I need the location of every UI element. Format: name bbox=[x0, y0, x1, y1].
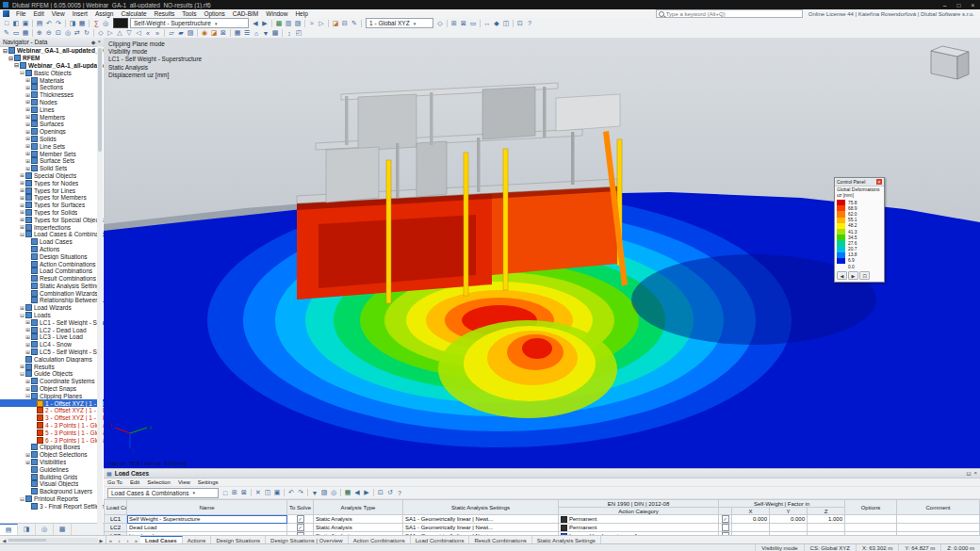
result-legend-panel[interactable]: Control Panel × Global Deformations uz [… bbox=[834, 177, 885, 283]
view-isometric-icon[interactable]: ◇ bbox=[96, 29, 106, 38]
table-find-icon[interactable]: ◎ bbox=[329, 489, 338, 497]
menu-assign[interactable]: Assign bbox=[91, 10, 118, 17]
cell-name[interactable]: Dead Load bbox=[127, 524, 287, 532]
table-undo-icon[interactable]: ↶ bbox=[286, 489, 296, 497]
tree-item[interactable]: ⊞LC3 - Live Load bbox=[0, 333, 104, 341]
table-menu-go-to[interactable]: Go To bbox=[104, 479, 126, 485]
menu-help[interactable]: Help bbox=[291, 10, 311, 17]
menu-view[interactable]: View bbox=[48, 10, 69, 17]
tree-item[interactable]: Static Analysis Settings bbox=[0, 283, 104, 290]
table-new-row-icon[interactable]: □ bbox=[220, 489, 230, 497]
cell-self-weight-active[interactable]: ✓ bbox=[719, 515, 732, 524]
expand-icon[interactable]: ⊞ bbox=[19, 180, 25, 186]
expand-icon[interactable]: ⊞ bbox=[24, 319, 31, 325]
tree-item[interactable]: ⊞Load Wizards bbox=[0, 304, 104, 312]
edit-mode-icon[interactable]: ✎ bbox=[2, 29, 11, 38]
checkbox-icon[interactable] bbox=[722, 524, 729, 531]
collapse-icon[interactable]: ⊟ bbox=[13, 62, 20, 68]
table-copy-icon[interactable]: ◫ bbox=[263, 489, 272, 497]
view-in-x-icon[interactable]: ▷ bbox=[106, 29, 115, 38]
expand-icon[interactable]: ⊞ bbox=[24, 129, 31, 135]
tree-item[interactable]: Actions bbox=[0, 246, 104, 253]
tree-item[interactable]: Calculation Diagrams bbox=[0, 355, 104, 363]
cell-comment[interactable] bbox=[897, 515, 980, 524]
expand-icon[interactable]: ⊞ bbox=[24, 452, 31, 458]
hscroll-thumb[interactable] bbox=[8, 539, 46, 542]
tree-item[interactable]: ⊞Solid Sets bbox=[0, 165, 104, 172]
expand-icon[interactable]: ⊞ bbox=[24, 106, 31, 112]
tree-item[interactable]: 3 - Offset XYZ | 1 - Global XYZ | 0... bbox=[0, 414, 104, 422]
table-cut-icon[interactable]: ✕ bbox=[253, 489, 263, 497]
clipping-planes-icon[interactable]: ◪ bbox=[209, 29, 219, 38]
expand-icon[interactable]: ⊞ bbox=[19, 364, 25, 369]
results-display-icon[interactable]: ▩ bbox=[270, 29, 280, 38]
tree-item[interactable]: ⊞Imperfections bbox=[0, 223, 104, 231]
menu-options[interactable]: Options bbox=[200, 10, 228, 17]
expand-icon[interactable]: ⊞ bbox=[19, 172, 25, 178]
expand-icon[interactable]: ⊞ bbox=[19, 209, 25, 215]
load-case-selector[interactable]: Self-Weight - Superstructure ▾ bbox=[130, 18, 249, 28]
expand-icon[interactable]: ⊞ bbox=[24, 85, 31, 90]
tree-item[interactable]: Background Layers bbox=[0, 488, 104, 495]
row-header[interactable]: LC2 bbox=[105, 524, 127, 532]
navigator-scrollbar[interactable] bbox=[97, 46, 103, 524]
save-model-icon[interactable]: ▣ bbox=[21, 19, 30, 27]
pin-icon[interactable]: ◆ bbox=[91, 39, 96, 45]
notes-icon[interactable]: ✎ bbox=[350, 19, 359, 27]
calculation-settings-icon[interactable]: ◎ bbox=[101, 19, 110, 27]
scroll-left-icon[interactable]: ◀ bbox=[1, 538, 8, 543]
pan-icon[interactable]: ⇄ bbox=[73, 29, 82, 38]
checkbox-icon[interactable]: ✓ bbox=[722, 515, 729, 523]
expand-icon[interactable]: ⊞ bbox=[24, 349, 31, 355]
tree-item[interactable]: Building Grids bbox=[0, 473, 104, 480]
table-sort-icon[interactable]: ▼ bbox=[310, 489, 319, 497]
table-filter-icon[interactable]: ▨ bbox=[319, 489, 329, 497]
table-menu-edit[interactable]: Edit bbox=[126, 479, 143, 485]
tree-item[interactable]: ⊞Surface Sets bbox=[0, 157, 104, 165]
legend-previous-icon[interactable]: ◀ bbox=[837, 271, 847, 280]
tree-item[interactable]: 6 - 3 Points | 1 - Global XYZ | 0... bbox=[0, 436, 104, 444]
legend-next-icon[interactable]: ▶ bbox=[848, 271, 858, 280]
cell-settings[interactable]: SA1 - Geometrically linear | Newt... bbox=[403, 524, 559, 532]
table-menu-selection[interactable]: Selection bbox=[143, 479, 174, 485]
zoom-in-icon[interactable]: ⊕ bbox=[35, 29, 44, 38]
tree-item[interactable]: Visual Objects bbox=[0, 480, 104, 488]
tree-item[interactable]: ⊞Results bbox=[0, 363, 104, 370]
tables-toggle-icon[interactable]: ▦ bbox=[77, 19, 87, 27]
calculate-all-icon[interactable]: ∑ bbox=[91, 19, 101, 27]
undo-icon[interactable]: ↶ bbox=[44, 19, 54, 27]
new-model-icon[interactable]: □ bbox=[2, 19, 11, 27]
cs-settings-icon[interactable]: ◇ bbox=[435, 19, 445, 27]
tree-item[interactable]: ⊞Lines bbox=[0, 105, 104, 113]
result-values-icon[interactable]: ▥ bbox=[284, 19, 293, 27]
next-view-icon[interactable]: » bbox=[153, 29, 162, 38]
navigator-tab-results[interactable]: ▩ bbox=[54, 524, 72, 535]
result-diagrams-icon[interactable]: ▨ bbox=[293, 19, 302, 27]
search-input[interactable] bbox=[664, 11, 800, 17]
table-settings-icon[interactable]: ⊡ bbox=[376, 489, 385, 497]
menu-window[interactable]: Window bbox=[262, 10, 291, 17]
tree-item[interactable]: ⊟Webinar_GA-1_all-updated_NO-results (1.… bbox=[0, 47, 104, 55]
expand-icon[interactable]: ⊞ bbox=[24, 143, 31, 149]
tree-item[interactable]: ⊞Members bbox=[0, 113, 104, 121]
next-load-case-icon[interactable]: ▶ bbox=[260, 19, 270, 27]
select-special-icon[interactable]: ▦ bbox=[21, 29, 30, 38]
numbering-icon[interactable]: ☰ bbox=[242, 29, 252, 38]
select-icon[interactable]: ▭ bbox=[11, 29, 21, 38]
print-icon[interactable]: ▤ bbox=[35, 19, 44, 27]
cell-to-solve[interactable]: ✓ bbox=[287, 515, 314, 524]
cell-name[interactable]: Self Weight - Superstructure bbox=[127, 515, 287, 524]
table-insert-row-icon[interactable]: ⊞ bbox=[230, 489, 239, 497]
show-results-icon[interactable]: ▩ bbox=[274, 19, 284, 27]
tree-item[interactable]: Load Cases bbox=[0, 238, 104, 246]
expand-icon[interactable]: ⊞ bbox=[24, 334, 31, 340]
tree-item[interactable]: 5 - 3 Points | 1 - Global XYZ | 0... bbox=[0, 429, 104, 436]
object-snap-icon[interactable]: ⊠ bbox=[459, 19, 468, 27]
hscroll-track[interactable] bbox=[8, 538, 98, 543]
view-in-z-icon[interactable]: ▽ bbox=[124, 29, 134, 38]
zoom-out-icon[interactable]: ⊖ bbox=[44, 29, 54, 38]
navigator-tab-views[interactable]: ◎ bbox=[36, 524, 54, 535]
cell-options[interactable] bbox=[845, 515, 897, 524]
view-in-y-icon[interactable]: △ bbox=[115, 29, 124, 38]
cell-settings[interactable]: SA1 - Geometrically linear | Newt... bbox=[403, 515, 559, 524]
